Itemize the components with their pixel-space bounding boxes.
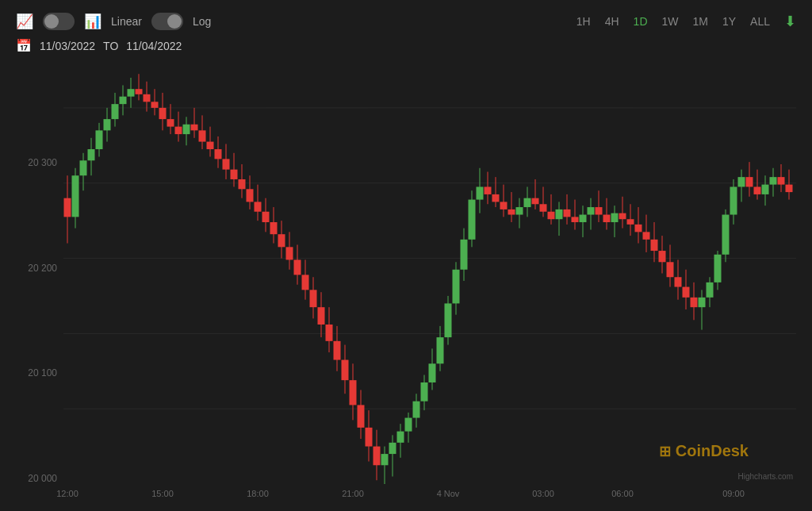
toolbar-right: 1H 4H 1D 1W 1M 1Y ALL ⬇ bbox=[576, 13, 796, 30]
time-btn-1h[interactable]: 1H bbox=[576, 15, 591, 28]
calendar-icon[interactable]: 📅 bbox=[16, 38, 32, 53]
x-axis-label: 4 Nov bbox=[437, 489, 460, 498]
time-btn-4h[interactable]: 4H bbox=[605, 15, 619, 28]
log-toggle-knob bbox=[167, 14, 182, 29]
coindesk-watermark: ⊞ CoinDesk bbox=[659, 442, 749, 460]
x-axis-label: 15:00 bbox=[151, 489, 174, 498]
chart-toggle[interactable] bbox=[43, 13, 75, 30]
x-axis-label: 09:00 bbox=[722, 489, 745, 498]
x-axis-label: 18:00 bbox=[247, 489, 269, 498]
time-btn-1m[interactable]: 1M bbox=[693, 15, 708, 28]
linear-label: Linear bbox=[111, 15, 142, 28]
y-label-1: 20 300 bbox=[16, 157, 57, 168]
date-to-label: TO bbox=[103, 40, 118, 52]
x-axis-label: 21:00 bbox=[342, 489, 364, 498]
time-btn-1w[interactable]: 1W bbox=[662, 15, 679, 28]
y-label-2: 20 200 bbox=[16, 263, 57, 274]
download-button[interactable]: ⬇ bbox=[784, 13, 796, 30]
bar-chart-icon[interactable]: 📊 bbox=[84, 13, 102, 30]
log-label: Log bbox=[193, 15, 211, 28]
x-axis-label: 06:00 bbox=[611, 489, 634, 498]
time-btn-1d[interactable]: 1D bbox=[634, 15, 648, 28]
time-btn-1y[interactable]: 1Y bbox=[722, 15, 736, 28]
highcharts-attribution: Highcharts.com bbox=[738, 472, 793, 481]
x-axis-label: 12:00 bbox=[56, 489, 79, 498]
candle-area: ⊞ CoinDesk Highcharts.com bbox=[63, 63, 796, 484]
coindesk-icon: ⊞ bbox=[659, 443, 671, 460]
chart-area: 20 300 20 200 20 100 20 000 ⊞ CoinDesk H… bbox=[16, 63, 796, 503]
time-btn-all[interactable]: ALL bbox=[750, 15, 770, 28]
date-to: 11/04/2022 bbox=[126, 40, 182, 52]
toggle-knob bbox=[44, 14, 59, 29]
toolbar: 📈 📊 Linear Log 1H 4H 1D 1W 1M 1Y ALL ⬇ bbox=[16, 13, 796, 30]
coindesk-text: CoinDesk bbox=[676, 442, 749, 460]
candle-chart-canvas bbox=[63, 63, 796, 484]
x-axis-label: 03:00 bbox=[532, 489, 554, 498]
chart-main: ⊞ CoinDesk Highcharts.com 12:0015:0018:0… bbox=[63, 63, 796, 503]
main-container: 📈 📊 Linear Log 1H 4H 1D 1W 1M 1Y ALL ⬇ 📅… bbox=[0, 0, 812, 511]
date-from: 11/03/2022 bbox=[40, 40, 95, 52]
log-toggle[interactable] bbox=[151, 13, 183, 30]
toolbar-left: 📈 📊 Linear Log bbox=[16, 13, 211, 30]
date-row: 📅 11/03/2022 TO 11/04/2022 bbox=[16, 38, 796, 53]
y-label-bottom: 20 000 bbox=[16, 473, 57, 484]
y-label-3: 20 100 bbox=[16, 367, 57, 378]
y-axis: 20 300 20 200 20 100 20 000 bbox=[16, 63, 63, 503]
line-chart-icon[interactable]: 📈 bbox=[16, 13, 33, 30]
x-axis: 12:0015:0018:0021:004 Nov03:0006:0009:00 bbox=[63, 484, 796, 503]
